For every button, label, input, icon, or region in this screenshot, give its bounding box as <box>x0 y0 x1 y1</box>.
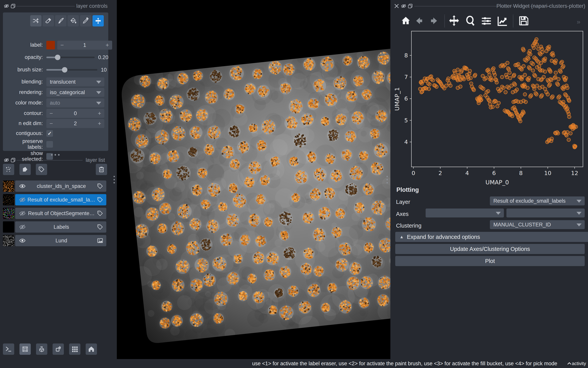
console-button[interactable] <box>3 343 14 355</box>
dock-resize-handle[interactable] <box>51 154 60 156</box>
mpl-back-icon[interactable] <box>414 16 424 25</box>
visibility-eye-icon[interactable] <box>19 237 26 244</box>
mpl-edit-axis-icon[interactable] <box>497 15 508 27</box>
float-dock-icon[interactable] <box>10 3 16 9</box>
clustering-select-dropdown[interactable]: MANUAL_CLUSTER_ID <box>490 220 585 229</box>
plotter-title: Plotter Widget (napari-clusters-plotter) <box>496 3 585 9</box>
paintbrush-tool-button[interactable] <box>55 15 66 27</box>
label-color-swatch[interactable] <box>46 41 55 49</box>
plot-button[interactable]: Plot <box>395 256 585 266</box>
layer-name: Labels <box>26 224 97 230</box>
home-reset-view-button[interactable] <box>86 343 97 355</box>
close-icon[interactable] <box>394 3 399 9</box>
float-dock-icon[interactable] <box>10 157 16 163</box>
increment-icon[interactable]: + <box>102 41 112 50</box>
shuffle-colors-button[interactable] <box>30 15 41 27</box>
decrement-icon[interactable]: − <box>57 41 67 50</box>
hide-dock-icon[interactable] <box>3 157 9 163</box>
expand-advanced-options-button[interactable]: ▲ Expand for advanced options <box>395 232 588 242</box>
toolbar-separator <box>513 15 513 27</box>
toolbar-separator <box>444 15 445 27</box>
labels-layer-tag-icon <box>97 183 103 189</box>
layer-row-labels[interactable]: Labels <box>15 221 106 233</box>
mpl-pan-icon[interactable] <box>448 15 460 27</box>
new-points-layer-button[interactable] <box>3 164 14 175</box>
opacity-slider[interactable] <box>46 53 95 62</box>
decrement-icon[interactable]: − <box>46 109 56 118</box>
expand-advanced-options-label: Expand for advanced options <box>407 234 480 240</box>
new-shapes-layer-button[interactable] <box>19 164 31 175</box>
transpose-dimensions-button[interactable] <box>53 343 64 355</box>
status-message: use <1> for activate the label eraser, u… <box>252 361 557 367</box>
axes-y-dropdown[interactable] <box>506 209 585 217</box>
n-edit-dim-label: n edit dim: <box>3 120 46 126</box>
activity-indicator[interactable]: activity <box>567 361 586 366</box>
increment-icon[interactable]: + <box>95 119 104 128</box>
pan-zoom-tool-button[interactable] <box>93 15 104 27</box>
layer-row-cluster-ids[interactable]: cluster_ids_in_space <box>15 181 106 192</box>
contour-spinbox[interactable]: − 0 + <box>46 109 104 118</box>
layer-select-dropdown[interactable]: Result of exclude_small_labels <box>490 196 585 205</box>
visibility-eye-slash-icon[interactable] <box>19 196 26 203</box>
hide-dock-icon[interactable] <box>401 3 407 9</box>
grid-view-button[interactable] <box>69 343 80 355</box>
chevron-down-icon <box>577 223 582 226</box>
n-edit-dim-spinbox[interactable]: − 2 + <box>46 119 104 128</box>
y-axis-label: UMAP_1 <box>394 87 400 111</box>
label-spinbox[interactable]: − 1 + <box>57 41 112 50</box>
contiguous-checkbox[interactable]: ✓ <box>46 130 53 137</box>
visibility-eye-slash-icon[interactable] <box>19 224 26 230</box>
umap-scatter-plot[interactable]: 02468101245678UMAP_0UMAP_1 <box>391 27 588 198</box>
y-tick-label: 5 <box>404 117 408 124</box>
preserve-labels-checkbox[interactable] <box>46 141 53 148</box>
scatter-points <box>418 37 578 149</box>
increment-icon[interactable]: + <box>95 109 104 118</box>
new-labels-layer-button[interactable] <box>36 164 47 175</box>
eraser-tool-button[interactable] <box>43 15 54 27</box>
chevron-down-icon <box>577 212 582 215</box>
delete-layer-button[interactable] <box>96 164 107 175</box>
mpl-zoom-icon[interactable] <box>465 15 476 27</box>
decrement-icon[interactable]: − <box>46 119 56 128</box>
dock-splitter-handle[interactable] <box>387 176 388 184</box>
layer-select-value: Result of exclude_small_labels <box>493 198 566 204</box>
toolbar-overflow-chevron[interactable]: » <box>577 18 580 26</box>
contiguous-row: contiguous: ✓ <box>3 129 108 137</box>
dock-header-line <box>16 160 83 160</box>
roll-dimensions-button[interactable] <box>36 343 47 355</box>
visibility-eye-slash-icon[interactable] <box>19 210 26 217</box>
axes-x-dropdown[interactable] <box>426 209 504 217</box>
visibility-eye-icon[interactable] <box>19 183 26 189</box>
blending-value: translucent <box>50 79 76 85</box>
y-tick-label: 8 <box>404 52 408 59</box>
float-dock-icon[interactable] <box>407 3 413 9</box>
chevron-down-icon <box>96 81 101 84</box>
update-axes-clustering-button[interactable]: Update Axes/Clustering Options <box>395 244 585 254</box>
layer-row-lund[interactable]: Lund <box>15 235 106 246</box>
layer-thumbnail <box>3 208 14 219</box>
contour-label: contour: <box>3 110 46 116</box>
ndisplay-toggle-button[interactable] <box>19 343 31 355</box>
color-picker-tool-button[interactable] <box>80 15 91 27</box>
viewer-canvas[interactable] <box>117 0 390 359</box>
blending-dropdown[interactable]: translucent <box>46 77 104 86</box>
x-tick-label: 6 <box>492 170 496 176</box>
rendering-dropdown[interactable]: iso_categorical <box>46 88 104 97</box>
fill-bucket-tool-button[interactable] <box>67 15 79 27</box>
dock-splitter-handle[interactable] <box>114 176 115 184</box>
x-tick-label: 8 <box>519 170 522 176</box>
rendering-value: iso_categorical <box>50 90 85 95</box>
dock-header-line <box>16 6 75 6</box>
mpl-forward-icon[interactable] <box>429 16 439 25</box>
mpl-home-icon[interactable] <box>401 16 411 26</box>
mpl-configure-subplots-icon[interactable] <box>481 16 492 27</box>
n-edit-dim-value: 2 <box>74 120 77 127</box>
color-mode-dropdown[interactable]: auto <box>46 98 104 107</box>
x-tick-label: 12 <box>571 170 578 176</box>
preserve-labels-row: preserve labels: <box>3 139 108 150</box>
layer-row-exclude-small-labels[interactable]: Result of exclude_small_la… <box>15 194 106 205</box>
mpl-save-icon[interactable] <box>518 15 529 27</box>
layer-row-object-segmenter[interactable]: Result of ObjectSegmente… <box>15 208 106 219</box>
hide-dock-icon[interactable] <box>3 3 9 9</box>
brush-size-slider[interactable] <box>46 65 97 74</box>
